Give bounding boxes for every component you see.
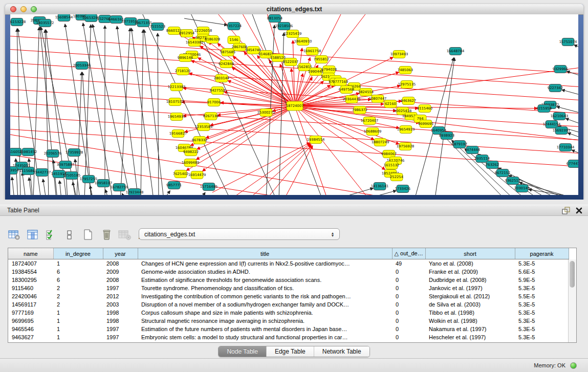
- graph-node[interactable]: 15751074: [559, 38, 577, 46]
- graph-node[interactable]: 1615132: [384, 162, 399, 169]
- graph-node[interactable]: 17359928: [66, 149, 83, 157]
- graph-node[interactable]: 18807249: [372, 139, 389, 146]
- graph-node[interactable]: 17710344: [557, 144, 575, 151]
- tab-node-table[interactable]: Node Table: [219, 346, 266, 357]
- graph-node[interactable]: 16210643: [551, 113, 569, 120]
- column-header-name[interactable]: name: [8, 248, 53, 259]
- graph-node[interactable]: 16543382: [186, 39, 204, 47]
- graph-node[interactable]: 19384554: [307, 136, 325, 144]
- graph-node[interactable]: 1546: [228, 36, 240, 44]
- table-row[interactable]: 946362711997Embryonic stem cells: a mode…: [8, 333, 569, 341]
- graph-node[interactable]: 2718120: [175, 68, 190, 75]
- window-titlebar[interactable]: citations_edges.txt: [5, 4, 583, 15]
- row-select-icon[interactable]: [44, 228, 58, 242]
- graph-node[interactable]: 3824554: [358, 89, 374, 96]
- graph-node[interactable]: 19756928: [397, 143, 415, 150]
- graph-node[interactable]: 8427552: [210, 87, 225, 95]
- graph-node[interactable]: 15716485: [200, 183, 218, 191]
- graph-node[interactable]: 16961758: [303, 48, 321, 55]
- graph-node[interactable]: 19166827: [169, 130, 187, 138]
- graph-node[interactable]: 9474444: [465, 146, 480, 154]
- graph-node[interactable]: 8938923: [439, 132, 454, 140]
- graph-node[interactable]: 16782759: [111, 184, 128, 191]
- graph-node[interactable]: 1733426: [395, 185, 410, 193]
- network-canvas[interactable]: 8660123891295412226058982750381863281654…: [10, 14, 578, 195]
- graph-node[interactable]: 9115460: [417, 105, 432, 113]
- column-header-out_de[interactable]: △ out_de…: [392, 248, 425, 259]
- graph-node[interactable]: 15692391: [553, 127, 571, 135]
- column-header-short[interactable]: short: [425, 248, 515, 259]
- graph-node[interactable]: 19654935: [168, 113, 186, 121]
- graph-node[interactable]: 2867608: [232, 43, 247, 51]
- graph-node[interactable]: 6879197: [452, 141, 467, 148]
- column-header-in_degree[interactable]: in_degree: [53, 248, 103, 259]
- table-row[interactable]: 911546021997Tourette syndrome. Phenomeno…: [8, 284, 569, 292]
- rows-icon[interactable]: [62, 228, 76, 242]
- graph-node[interactable]: 8912954: [179, 30, 194, 37]
- graph-node[interactable]: 10958107: [95, 180, 113, 187]
- graph-node[interactable]: 7625402: [173, 170, 188, 178]
- graph-node[interactable]: 8813054: [267, 15, 282, 23]
- delete-column-icon[interactable]: [99, 228, 113, 242]
- graph-node[interactable]: 15981452: [19, 148, 37, 156]
- graph-node[interactable]: 7485063: [398, 67, 413, 74]
- column-header-pagerank[interactable]: pagerank: [515, 248, 569, 259]
- graph-node[interactable]: 8267130: [203, 113, 219, 120]
- graph-node[interactable]: 8522037: [283, 58, 298, 66]
- graph-node[interactable]: 7357224: [226, 23, 242, 30]
- column-select-icon[interactable]: [26, 228, 39, 242]
- graph-node[interactable]: 12353584: [195, 123, 213, 131]
- graph-node[interactable]: 20053346: [73, 62, 91, 70]
- graph-node[interactable]: 6774418: [567, 160, 578, 168]
- graph-node[interactable]: 14136141: [371, 183, 389, 190]
- graph-node[interactable]: 9777169: [333, 78, 348, 86]
- table-settings-icon[interactable]: [7, 228, 21, 242]
- graph-node[interactable]: 10688609: [364, 128, 382, 136]
- panel-splitter[interactable]: [0, 200, 588, 205]
- graph-node[interactable]: 9242848: [219, 60, 234, 68]
- table-row[interactable]: 1938455462009Genome-wide association stu…: [8, 268, 569, 276]
- graph-node[interactable]: 7986372: [352, 106, 367, 114]
- graph-node[interactable]: 9362517: [505, 177, 520, 185]
- graph-node[interactable]: 9857771: [166, 182, 182, 189]
- graph-node[interactable]: 8672157: [495, 169, 510, 177]
- table-row[interactable]: 977716911998Corpus callosum shape and si…: [8, 309, 569, 317]
- tab-network-table[interactable]: Network Table: [314, 346, 369, 357]
- graph-node[interactable]: 16099489: [182, 159, 200, 167]
- graph-node[interactable]: 6794028: [321, 66, 337, 74]
- graph-node[interactable]: 7955812: [314, 56, 329, 63]
- graph-node[interactable]: 16720407: [361, 117, 379, 125]
- table-scrollbar-thumb[interactable]: [570, 261, 575, 288]
- graph-node[interactable]: 12325419: [284, 30, 302, 38]
- tab-edge-table[interactable]: Edge Table: [266, 346, 314, 357]
- table-row[interactable]: 1456911722003Disruption of a novel membe…: [8, 300, 569, 309]
- table-scrollbar[interactable]: [568, 259, 576, 342]
- graph-node[interactable]: 917006: [207, 99, 221, 106]
- graph-node[interactable]: 30975887: [57, 161, 75, 169]
- column-header-year[interactable]: year: [103, 248, 138, 259]
- graph-node[interactable]: 9896144: [178, 54, 193, 62]
- table-row[interactable]: 969969511998Structural magnetic resonanc…: [8, 317, 569, 325]
- graph-node[interactable]: 8186328: [205, 36, 220, 43]
- graph-node[interactable]: 5875685: [220, 49, 235, 56]
- new-table-icon[interactable]: [81, 228, 95, 242]
- graph-node[interactable]: 18107552: [166, 98, 184, 106]
- graph-node[interactable]: 9329966: [553, 65, 568, 73]
- close-panel-icon[interactable]: [575, 207, 583, 214]
- graph-node[interactable]: 18640910: [294, 38, 312, 46]
- graph-node[interactable]: 12975135: [398, 81, 416, 89]
- graph-node[interactable]: 252254: [390, 173, 403, 181]
- graph-node[interactable]: 16914479: [188, 171, 206, 179]
- graph-node[interactable]: 763262: [486, 161, 499, 169]
- graph-node[interactable]: 8215958: [536, 105, 552, 113]
- graph-node[interactable]: 20364436: [343, 96, 361, 103]
- table-selector-dropdown[interactable]: citations_edges.txt ▲▼: [139, 228, 340, 240]
- graph-node[interactable]: 2803144: [214, 75, 229, 82]
- graph-node[interactable]: 9463627: [401, 97, 416, 105]
- column-header-title[interactable]: title: [138, 248, 392, 259]
- table-row[interactable]: 946554611997Estimation of the future num…: [8, 325, 569, 333]
- graph-node[interactable]: 25300275: [257, 109, 275, 117]
- graph-node[interactable]: 15608544: [55, 14, 73, 21]
- table-row[interactable]: 2242004622012Investigating the contribut…: [8, 292, 569, 300]
- graph-node[interactable]: 16648784: [447, 48, 465, 55]
